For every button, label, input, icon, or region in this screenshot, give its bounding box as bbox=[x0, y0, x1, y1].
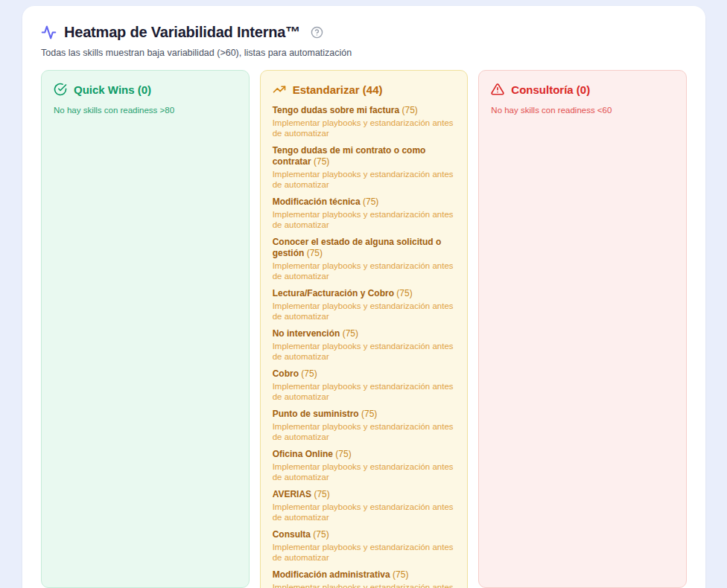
skill-name: Conocer el estado de alguna solicitud o … bbox=[273, 237, 442, 258]
skill-name: Modificación técnica bbox=[273, 196, 361, 207]
trending-up-icon bbox=[273, 83, 286, 96]
skill-name: No intervención bbox=[273, 328, 340, 339]
skill-name: AVERIAS bbox=[273, 489, 311, 499]
skill-score: (75) bbox=[311, 529, 329, 540]
skill-score: (75) bbox=[359, 409, 378, 419]
skill-score: (75) bbox=[394, 288, 413, 298]
column-estandarizar-header: Estandarizar (44) bbox=[273, 83, 456, 96]
skill-score: (75) bbox=[390, 569, 409, 580]
skill-note: Implementar playbooks y estandarización … bbox=[273, 582, 456, 588]
skill-note: Implementar playbooks y estandarización … bbox=[273, 381, 456, 402]
skill-note: Implementar playbooks y estandarización … bbox=[273, 301, 456, 322]
column-estandarizar: Estandarizar (44) Tengo dudas sobre mi f… bbox=[260, 70, 469, 588]
skill-item: No intervención (75) Implementar playboo… bbox=[273, 328, 456, 362]
page-subtitle: Todas las skills muestran baja variabili… bbox=[41, 48, 687, 58]
skill-item: Lectura/Facturación y Cobro (75) Impleme… bbox=[273, 288, 456, 322]
skill-note: Implementar playbooks y estandarización … bbox=[273, 502, 456, 523]
column-consultoria-title: Consultoría (0) bbox=[511, 83, 590, 96]
skill-note: Implementar playbooks y estandarización … bbox=[273, 118, 456, 138]
skill-note: Implementar playbooks y estandarización … bbox=[273, 169, 456, 190]
skill-score: (75) bbox=[299, 368, 317, 379]
column-consultoria: Consultoría (0) No hay skills con readin… bbox=[478, 70, 687, 588]
alert-triangle-icon bbox=[491, 83, 504, 96]
skill-item: AVERIAS (75) Implementar playbooks y est… bbox=[273, 489, 456, 523]
page-title: Heatmap de Variabilidad Interna™ bbox=[64, 24, 300, 41]
skill-name: Consulta bbox=[273, 529, 311, 540]
column-consultoria-empty-message: No hay skills con readiness <60 bbox=[491, 106, 674, 115]
column-quick-wins-header: Quick Wins (0) bbox=[54, 83, 237, 96]
help-circle-icon[interactable] bbox=[311, 26, 323, 39]
skill-score: (75) bbox=[304, 248, 323, 258]
skill-score: (75) bbox=[333, 449, 352, 459]
skill-item: Consulta (75) Implementar playbooks y es… bbox=[273, 529, 456, 563]
skill-score: (75) bbox=[311, 156, 330, 167]
skill-name: Lectura/Facturación y Cobro bbox=[273, 288, 394, 298]
skill-note: Implementar playbooks y estandarización … bbox=[273, 261, 456, 281]
activity-icon bbox=[41, 25, 57, 40]
heatmap-card: Heatmap de Variabilidad Interna™ Todas l… bbox=[22, 6, 705, 588]
skill-score: (75) bbox=[399, 105, 418, 115]
column-consultoria-header: Consultoría (0) bbox=[491, 83, 674, 96]
column-quick-wins: Quick Wins (0) No hay skills con readine… bbox=[41, 70, 250, 588]
skill-item: Cobro (75) Implementar playbooks y estan… bbox=[273, 368, 456, 402]
skill-name: Oficina Online bbox=[273, 449, 333, 459]
skill-note: Implementar playbooks y estandarización … bbox=[273, 461, 456, 482]
skill-note: Implementar playbooks y estandarización … bbox=[273, 542, 456, 563]
skill-name: Tengo dudas de mi contrato o como contra… bbox=[273, 145, 426, 167]
column-estandarizar-title: Estandarizar (44) bbox=[293, 83, 383, 96]
skill-score: (75) bbox=[361, 196, 379, 207]
column-quick-wins-title: Quick Wins (0) bbox=[74, 83, 151, 96]
skill-item: Tengo dudas de mi contrato o como contra… bbox=[273, 145, 456, 190]
skill-item: Tengo dudas sobre mi factura (75) Implem… bbox=[273, 105, 456, 138]
skill-item: Oficina Online (75) Implementar playbook… bbox=[273, 449, 456, 482]
skill-item: Punto de suministro (75) Implementar pla… bbox=[273, 409, 456, 442]
skill-name: Punto de suministro bbox=[273, 409, 359, 419]
skill-note: Implementar playbooks y estandarización … bbox=[273, 421, 456, 442]
skill-item: Modificación administrativa (75) Impleme… bbox=[273, 569, 456, 588]
skill-note: Implementar playbooks y estandarización … bbox=[273, 209, 456, 230]
skill-score: (75) bbox=[311, 489, 330, 499]
skill-note: Implementar playbooks y estandarización … bbox=[273, 341, 456, 362]
skill-score: (75) bbox=[340, 328, 358, 339]
heatmap-grid: Quick Wins (0) No hay skills con readine… bbox=[41, 70, 687, 588]
skill-name: Modificación administrativa bbox=[273, 569, 390, 580]
column-quick-wins-empty-message: No hay skills con readiness >80 bbox=[54, 106, 237, 115]
skill-name: Tengo dudas sobre mi factura bbox=[273, 105, 399, 115]
skill-item: Conocer el estado de alguna solicitud o … bbox=[273, 237, 456, 281]
skill-list: Tengo dudas sobre mi factura (75) Implem… bbox=[273, 105, 456, 588]
card-header: Heatmap de Variabilidad Interna™ bbox=[41, 24, 687, 41]
check-circle-icon bbox=[54, 83, 67, 96]
skill-name: Cobro bbox=[273, 368, 299, 379]
skill-item: Modificación técnica (75) Implementar pl… bbox=[273, 196, 456, 230]
